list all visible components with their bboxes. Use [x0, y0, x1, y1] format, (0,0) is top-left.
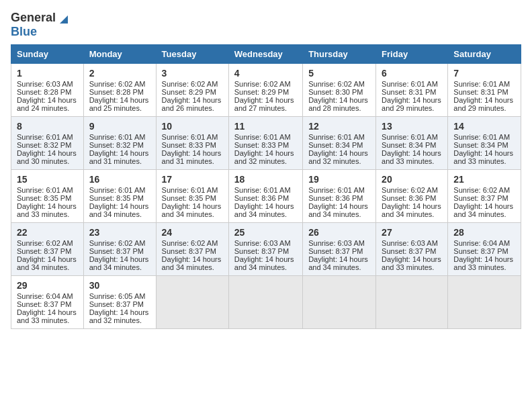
daylight-text: Daylight: 14 hours and 34 minutes.	[308, 202, 370, 218]
daylight-text: Daylight: 14 hours and 34 minutes.	[162, 202, 223, 218]
day-number: 19	[308, 174, 370, 185]
daylight-text: Daylight: 14 hours and 32 minutes.	[308, 149, 370, 165]
day-number: 11	[234, 121, 297, 132]
day-number: 10	[162, 121, 223, 132]
sunrise-text: Sunrise: 6:01 AM	[234, 186, 297, 194]
calendar-cell: 28Sunrise: 6:04 AMSunset: 8:37 PMDayligh…	[448, 223, 521, 276]
calendar-day-header: Thursday	[303, 45, 376, 64]
daylight-text: Daylight: 14 hours and 31 minutes.	[162, 149, 223, 165]
day-number: 2	[89, 68, 150, 79]
calendar-cell	[303, 276, 376, 329]
sunset-text: Sunset: 8:37 PM	[17, 300, 78, 308]
day-number: 7	[453, 68, 515, 79]
day-number: 27	[382, 227, 442, 238]
sunset-text: Sunset: 8:37 PM	[453, 247, 515, 255]
daylight-text: Daylight: 14 hours and 33 minutes.	[453, 255, 515, 271]
svg-marker-0	[60, 15, 68, 24]
daylight-text: Daylight: 14 hours and 30 minutes.	[17, 149, 78, 165]
sunset-text: Sunset: 8:37 PM	[17, 247, 78, 255]
calendar-cell: 17Sunrise: 6:01 AMSunset: 8:35 PMDayligh…	[156, 170, 228, 223]
daylight-text: Daylight: 14 hours and 32 minutes.	[234, 149, 297, 165]
sunset-text: Sunset: 8:37 PM	[89, 300, 150, 308]
sunset-text: Sunset: 8:34 PM	[453, 141, 515, 149]
daylight-text: Daylight: 14 hours and 31 minutes.	[89, 149, 150, 165]
sunrise-text: Sunrise: 6:03 AM	[308, 239, 370, 247]
calendar-day-header: Saturday	[448, 45, 521, 64]
sunrise-text: Sunrise: 6:01 AM	[308, 133, 370, 141]
sunrise-text: Sunrise: 6:01 AM	[162, 133, 223, 141]
calendar-day-header: Monday	[83, 45, 156, 64]
day-number: 1	[17, 68, 78, 79]
sunset-text: Sunset: 8:34 PM	[382, 141, 442, 149]
logo-icon	[57, 11, 71, 25]
sunset-text: Sunset: 8:28 PM	[89, 88, 150, 96]
calendar-week-row: 29Sunrise: 6:04 AMSunset: 8:37 PMDayligh…	[11, 276, 521, 329]
sunset-text: Sunset: 8:37 PM	[89, 247, 150, 255]
daylight-text: Daylight: 14 hours and 29 minutes.	[453, 96, 515, 112]
sunset-text: Sunset: 8:37 PM	[162, 247, 223, 255]
sunrise-text: Sunrise: 6:01 AM	[17, 133, 78, 141]
daylight-text: Daylight: 14 hours and 34 minutes.	[453, 202, 515, 218]
calendar-week-row: 1Sunrise: 6:03 AMSunset: 8:28 PMDaylight…	[11, 64, 521, 117]
daylight-text: Daylight: 14 hours and 34 minutes.	[89, 255, 150, 271]
sunset-text: Sunset: 8:37 PM	[453, 194, 515, 202]
calendar-cell: 6Sunrise: 6:01 AMSunset: 8:31 PMDaylight…	[376, 64, 448, 117]
sunset-text: Sunset: 8:35 PM	[17, 194, 78, 202]
sunrise-text: Sunrise: 6:04 AM	[17, 292, 78, 300]
daylight-text: Daylight: 14 hours and 34 minutes.	[308, 255, 370, 271]
sunset-text: Sunset: 8:33 PM	[162, 141, 223, 149]
sunset-text: Sunset: 8:35 PM	[89, 194, 150, 202]
sunset-text: Sunset: 8:32 PM	[89, 141, 150, 149]
sunrise-text: Sunrise: 6:02 AM	[234, 80, 297, 88]
sunrise-text: Sunrise: 6:01 AM	[162, 186, 223, 194]
daylight-text: Daylight: 14 hours and 28 minutes.	[308, 96, 370, 112]
calendar-day-header: Friday	[376, 45, 448, 64]
sunset-text: Sunset: 8:36 PM	[308, 194, 370, 202]
calendar-cell: 10Sunrise: 6:01 AMSunset: 8:33 PMDayligh…	[156, 117, 228, 170]
day-number: 24	[162, 227, 223, 238]
day-number: 14	[453, 121, 515, 132]
calendar-week-row: 22Sunrise: 6:02 AMSunset: 8:37 PMDayligh…	[11, 223, 521, 276]
sunrise-text: Sunrise: 6:01 AM	[17, 186, 78, 194]
day-number: 12	[308, 121, 370, 132]
day-number: 28	[453, 227, 515, 238]
daylight-text: Daylight: 14 hours and 32 minutes.	[89, 308, 150, 324]
sunrise-text: Sunrise: 6:04 AM	[453, 239, 515, 247]
day-number: 26	[308, 227, 370, 238]
day-number: 29	[17, 280, 78, 291]
sunrise-text: Sunrise: 6:02 AM	[453, 186, 515, 194]
calendar-cell: 21Sunrise: 6:02 AMSunset: 8:37 PMDayligh…	[448, 170, 521, 223]
calendar-cell: 22Sunrise: 6:02 AMSunset: 8:37 PMDayligh…	[11, 223, 84, 276]
day-number: 3	[162, 68, 223, 79]
daylight-text: Daylight: 14 hours and 34 minutes.	[234, 202, 297, 218]
sunset-text: Sunset: 8:29 PM	[162, 88, 223, 96]
calendar-cell: 9Sunrise: 6:01 AMSunset: 8:32 PMDaylight…	[83, 117, 156, 170]
daylight-text: Daylight: 14 hours and 34 minutes.	[89, 202, 150, 218]
daylight-text: Daylight: 14 hours and 33 minutes.	[382, 255, 442, 271]
sunset-text: Sunset: 8:31 PM	[382, 88, 442, 96]
sunrise-text: Sunrise: 6:03 AM	[17, 80, 78, 88]
day-number: 17	[162, 174, 223, 185]
day-number: 21	[453, 174, 515, 185]
sunset-text: Sunset: 8:30 PM	[308, 88, 370, 96]
daylight-text: Daylight: 14 hours and 34 minutes.	[382, 202, 442, 218]
daylight-text: Daylight: 14 hours and 24 minutes.	[17, 96, 78, 112]
sunset-text: Sunset: 8:35 PM	[162, 194, 223, 202]
calendar-cell: 15Sunrise: 6:01 AMSunset: 8:35 PMDayligh…	[11, 170, 84, 223]
day-number: 6	[382, 68, 442, 79]
calendar-cell: 24Sunrise: 6:02 AMSunset: 8:37 PMDayligh…	[156, 223, 228, 276]
calendar-cell: 4Sunrise: 6:02 AMSunset: 8:29 PMDaylight…	[228, 64, 302, 117]
calendar-cell	[156, 276, 228, 329]
daylight-text: Daylight: 14 hours and 29 minutes.	[382, 96, 442, 112]
calendar-cell	[376, 276, 448, 329]
calendar-cell: 29Sunrise: 6:04 AMSunset: 8:37 PMDayligh…	[11, 276, 84, 329]
calendar-cell: 19Sunrise: 6:01 AMSunset: 8:36 PMDayligh…	[303, 170, 376, 223]
sunrise-text: Sunrise: 6:01 AM	[453, 80, 515, 88]
calendar-day-header: Tuesday	[156, 45, 228, 64]
calendar-day-header: Sunday	[11, 45, 84, 64]
daylight-text: Daylight: 14 hours and 33 minutes.	[17, 202, 78, 218]
day-number: 13	[382, 121, 442, 132]
daylight-text: Daylight: 14 hours and 34 minutes.	[162, 255, 223, 271]
calendar-cell: 26Sunrise: 6:03 AMSunset: 8:37 PMDayligh…	[303, 223, 376, 276]
calendar-cell	[228, 276, 302, 329]
